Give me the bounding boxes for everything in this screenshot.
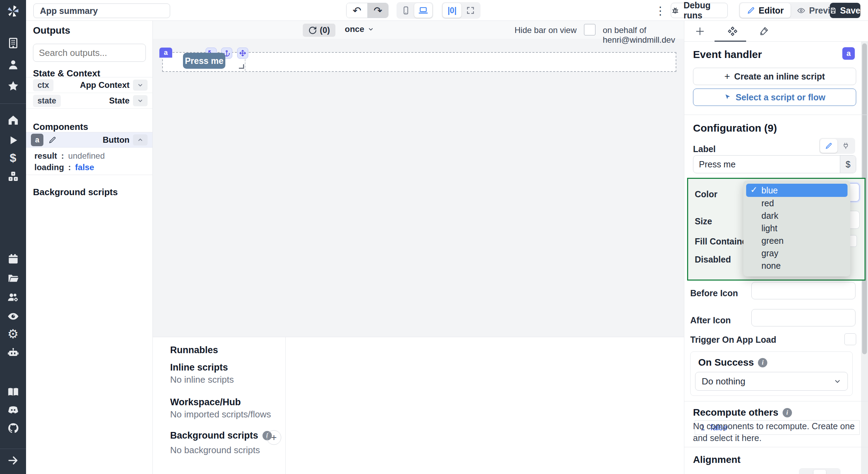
add-background-script-button[interactable]: + [267, 430, 281, 445]
collapse-arrow-right-icon[interactable] [7, 454, 19, 467]
alignment-title: Alignment [693, 454, 741, 465]
windmill-logo-icon[interactable] [6, 3, 21, 19]
editor-tab[interactable]: Editor [740, 3, 791, 18]
color-option-gray[interactable]: gray [743, 247, 850, 259]
event-handler-title: Event handler [693, 49, 762, 60]
redo-button[interactable]: ↷ [367, 3, 388, 18]
color-option-light[interactable]: light [743, 222, 850, 234]
option-label: blue [761, 185, 778, 196]
collapse-component-button[interactable] [133, 134, 148, 145]
debug-runs-button[interactable]: Debug runs [671, 3, 728, 18]
press-me-button[interactable]: Press me [183, 53, 225, 69]
template-dollar-button[interactable]: $ [840, 156, 856, 173]
docs-book-icon[interactable] [7, 386, 19, 398]
resize-corner-handle[interactable] [239, 64, 244, 69]
info-icon[interactable]: i [758, 358, 767, 367]
desktop-view-button[interactable] [414, 3, 432, 18]
mobile-view-button[interactable] [398, 3, 414, 18]
on-success-title: On Success [698, 357, 754, 368]
connect-mode-button[interactable] [837, 139, 854, 153]
settings-gear-icon[interactable]: ⚙ [7, 328, 19, 340]
before-icon-input[interactable] [751, 282, 856, 299]
discord-icon[interactable] [7, 404, 19, 416]
alignment-segment-partial[interactable] [813, 470, 826, 474]
workers-robot-icon[interactable] [7, 347, 19, 359]
prop-row-loading: loading : false [34, 163, 94, 172]
workspace-building-icon[interactable] [7, 37, 19, 49]
canvas-toolbar: (0) once Hide bar on view on behalf of h… [153, 21, 684, 39]
output-row-ctx[interactable]: ctx App Context [26, 77, 152, 93]
favorites-star-icon[interactable] [7, 80, 19, 92]
color-option-dark[interactable]: dark [743, 209, 850, 222]
center-layout-button[interactable]: |0| [443, 3, 461, 18]
refresh-all-button[interactable]: (0) [303, 24, 335, 37]
on-success-value: Do nothing [702, 376, 745, 387]
home-icon[interactable] [7, 114, 19, 126]
create-inline-script-button[interactable]: + Create an inline script [693, 68, 856, 85]
audit-eye-icon[interactable] [7, 310, 19, 323]
component-type-label: Button [103, 135, 130, 145]
prop-separator: : [61, 151, 64, 161]
schedule-dropdown[interactable]: once [345, 24, 374, 34]
after-icon-input[interactable] [751, 309, 856, 326]
before-icon-label: Before Icon [690, 288, 738, 298]
on-behalf-label: on behalf of henri@windmill.dev [603, 25, 684, 45]
select-script-button[interactable]: Select a script or flow [693, 89, 856, 106]
output-row-state[interactable]: state State [26, 93, 152, 109]
settings-component-badge: a [842, 47, 855, 60]
undo-redo-group: ↶ ↷ [346, 3, 389, 18]
after-icon-label: After Icon [690, 315, 731, 325]
resources-boxes-icon[interactable] [7, 170, 19, 183]
chevron-up-icon [137, 137, 143, 143]
folders-icon[interactable] [7, 272, 19, 284]
chevron-down-icon [137, 98, 143, 104]
save-button[interactable]: Save [830, 3, 860, 18]
recompute-others-title: Recompute others [693, 407, 778, 418]
expand-ctx-button[interactable] [133, 80, 148, 91]
expand-state-button[interactable] [133, 95, 148, 106]
user-icon[interactable] [7, 58, 19, 71]
undo-button[interactable]: ↶ [347, 3, 367, 18]
top-bar: ↶ ↷ |0| ⋮ Debug runs Editor [26, 0, 868, 21]
undo-icon: ↶ [352, 5, 361, 17]
runs-play-icon[interactable] [7, 134, 19, 147]
left-nav-rail: $ ⚙ [0, 0, 26, 474]
label-input-wrap: $ [693, 155, 856, 173]
color-option-blue[interactable]: ✓ blue [746, 184, 848, 197]
color-option-red[interactable]: red [743, 197, 850, 209]
option-label: dark [761, 211, 778, 221]
tab-component-settings[interactable] [727, 25, 738, 37]
search-outputs-input[interactable] [33, 44, 146, 62]
static-mode-button[interactable] [820, 139, 837, 153]
debug-runs-label: Debug runs [684, 0, 727, 20]
variables-dollar-icon[interactable]: $ [7, 151, 19, 164]
rename-pencil-icon[interactable] [48, 136, 57, 144]
groups-users-icon[interactable] [7, 291, 19, 303]
schedules-calendar-icon[interactable] [7, 253, 19, 265]
hide-bar-checkbox[interactable] [584, 24, 595, 35]
info-icon[interactable]: i [783, 408, 792, 417]
inline-scripts-title: Inline scripts [170, 362, 228, 373]
app-summary-input[interactable] [33, 3, 170, 18]
color-option-none[interactable]: none [743, 259, 850, 272]
trigger-on-app-load-checkbox[interactable] [844, 333, 856, 345]
alignment-control-partial[interactable] [799, 468, 841, 474]
size-field-label: Size [695, 216, 712, 226]
tab-insert-component[interactable] [694, 25, 706, 37]
output-type-label: State [109, 96, 130, 106]
color-option-green[interactable]: green [743, 234, 850, 247]
device-toggle-group [397, 2, 433, 19]
tab-styling[interactable] [758, 25, 770, 37]
label-input[interactable] [693, 159, 840, 169]
fullscreen-button[interactable] [461, 3, 479, 18]
prop-separator: : [68, 163, 71, 172]
eye-icon [797, 6, 806, 15]
component-row-a[interactable]: a Button [26, 132, 152, 148]
runnables-title: Runnables [170, 345, 218, 356]
github-icon[interactable] [7, 422, 19, 434]
workspace-hub-title: Workspace/Hub [170, 397, 241, 408]
kebab-menu-icon[interactable]: ⋮ [655, 4, 666, 17]
on-success-select[interactable]: Do nothing [695, 372, 848, 391]
app-canvas[interactable]: (0) once Hide bar on view on behalf of h… [153, 21, 684, 337]
move-handle-button[interactable] [237, 48, 248, 59]
